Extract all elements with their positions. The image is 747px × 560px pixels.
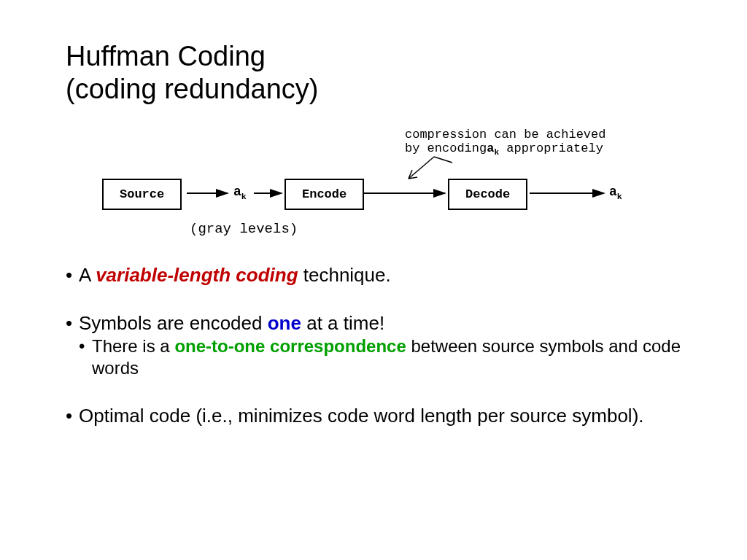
svg-line-4 bbox=[409, 157, 434, 179]
bullet-list: A variable-length coding technique. Symb… bbox=[66, 263, 689, 428]
bullet-2-sub: There is a one-to-one correspondence bet… bbox=[79, 335, 689, 379]
bullet-3: Optimal code (i.e., minimizes code word … bbox=[66, 404, 689, 428]
em-one-to-one: one-to-one correspondence bbox=[174, 336, 406, 356]
em-one: one bbox=[268, 312, 301, 334]
flow-diagram: compression can be achieved by encodinga… bbox=[66, 128, 689, 259]
title-line-1: Huffman Coding bbox=[66, 41, 266, 71]
slide-title: Huffman Coding (coding redundancy) bbox=[66, 40, 689, 106]
em-variable-length: variable-length coding bbox=[96, 264, 298, 286]
svg-line-7 bbox=[434, 157, 452, 163]
bullet-2: Symbols are encoded one at a time! There… bbox=[66, 311, 689, 379]
bullet-1: A variable-length coding technique. bbox=[66, 263, 689, 287]
arrow-source-to-ak bbox=[66, 128, 722, 259]
title-line-2: (coding redundancy) bbox=[66, 74, 318, 104]
